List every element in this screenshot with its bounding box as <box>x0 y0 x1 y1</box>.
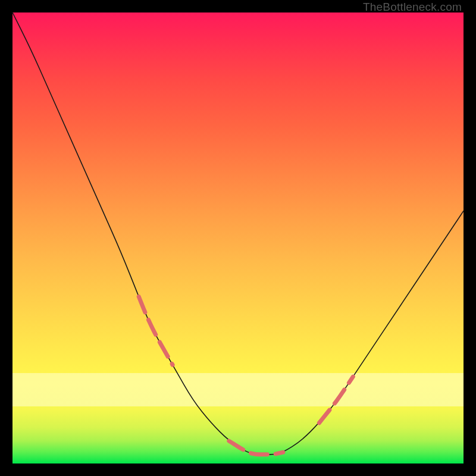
accent-dash-left-down <box>139 297 173 365</box>
watermark-text: TheBottleneck.com <box>363 1 462 14</box>
accent-dash-right-up <box>319 377 353 423</box>
curve-svg <box>12 12 464 464</box>
accent-dash-bottom <box>229 441 283 455</box>
chart-frame: TheBottleneck.com <box>0 0 476 476</box>
bottleneck-curve <box>12 12 464 455</box>
plot-area <box>12 12 464 464</box>
